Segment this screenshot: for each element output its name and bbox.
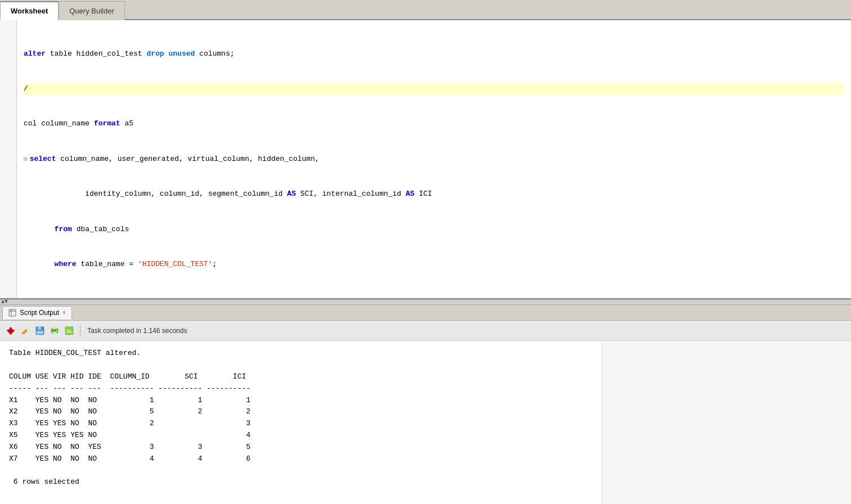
output-panel: Script Output × [0, 305, 851, 504]
drag-handle[interactable]: ▲▼ [0, 299, 851, 305]
edit-button[interactable] [19, 325, 32, 337]
svg-rect-10 [52, 327, 57, 329]
script-output-icon [8, 309, 16, 317]
svg-rect-7 [38, 327, 41, 330]
tab-worksheet[interactable]: Worksheet [0, 1, 59, 20]
code-line-7: where table_name = 'HIDDEN_COL_TEST'; [24, 259, 844, 271]
fold-icon[interactable]: ⊞ [24, 155, 28, 165]
svg-rect-4 [22, 329, 28, 335]
drag-arrows-icon: ▲▼ [1, 299, 8, 305]
export-button[interactable]: XL [63, 325, 75, 337]
edit-icon [20, 326, 30, 336]
print-icon [50, 326, 60, 336]
code-line-3: col column_name format a5 [24, 118, 844, 130]
print-button[interactable] [48, 325, 61, 337]
code-editor[interactable]: alter table hidden_col_test drop unused … [17, 20, 851, 298]
toolbar-status: Task completed in 1.146 seconds [87, 327, 187, 335]
output-tab-script[interactable]: Script Output × [2, 306, 72, 320]
code-line-5: identity_column, column_id, segment_colu… [24, 188, 844, 200]
pin-button[interactable] [5, 325, 17, 337]
code-line-4: ⊞ select column_name, user_generated, vi… [24, 154, 844, 165]
pin-icon [6, 326, 16, 336]
svg-rect-11 [52, 332, 57, 335]
tab-query-builder-label: Query Builder [69, 7, 114, 15]
output-wrapper: Table HIDDEN_COL_TEST altered. COLUM USE… [0, 341, 851, 504]
save-button[interactable] [34, 325, 46, 337]
tab-worksheet-label: Worksheet [11, 7, 48, 15]
editor-area: alter table hidden_col_test drop unused … [0, 20, 851, 299]
output-tab-label: Script Output [20, 309, 59, 317]
output-tab-bar: Script Output × [0, 305, 851, 321]
line-numbers [0, 20, 17, 298]
tab-query-builder[interactable]: Query Builder [59, 1, 124, 20]
save-icon [35, 326, 45, 336]
svg-rect-0 [9, 309, 16, 316]
output-content[interactable]: Table HIDDEN_COL_TEST altered. COLUM USE… [0, 341, 602, 504]
export-icon: XL [64, 326, 74, 336]
output-sidebar [602, 341, 851, 504]
svg-point-12 [56, 330, 57, 331]
svg-text:XL: XL [66, 328, 73, 334]
svg-rect-8 [37, 331, 43, 334]
output-tab-close[interactable]: × [62, 309, 66, 316]
code-line-6: from dba_tab_cols [24, 224, 844, 236]
output-toolbar: XL Task completed in 1.146 seconds [0, 321, 851, 341]
toolbar-separator [80, 325, 80, 336]
code-line-1: alter table hidden_col_test drop unused … [24, 48, 844, 60]
svg-marker-3 [7, 327, 15, 335]
tab-bar: Worksheet Query Builder [0, 0, 851, 20]
code-line-2: / [24, 83, 844, 95]
